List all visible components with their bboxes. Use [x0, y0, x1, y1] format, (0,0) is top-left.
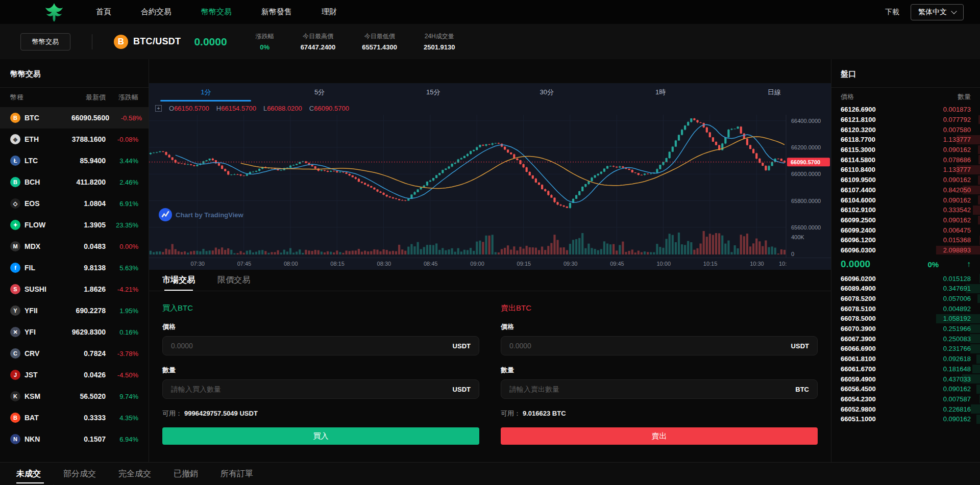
- orderbook-bid-row[interactable]: 66089.49000.347691: [831, 284, 980, 294]
- divider: [92, 34, 92, 49]
- orderbook-bid-row[interactable]: 66066.69000.231766: [831, 344, 980, 354]
- orderbook-bid-row[interactable]: 66054.23000.007587: [831, 394, 980, 404]
- coin-row-SUSHI[interactable]: SSUSHI1.8626-4.21%: [0, 278, 149, 300]
- order-tab-未成交[interactable]: 未成交: [16, 469, 41, 484]
- coin-row-BCH[interactable]: BBCH411.82002.46%: [0, 171, 149, 193]
- coin-row-LTC[interactable]: ŁLTC85.94003.44%: [0, 150, 149, 171]
- orderbook-bid-row[interactable]: 66078.50001.058192: [831, 314, 980, 324]
- timeframe-tab-5分[interactable]: 5分: [263, 83, 377, 101]
- orderbook-ask-row[interactable]: 66109.95000.090162: [831, 175, 980, 185]
- coin-row-EOS[interactable]: ◇EOS1.08046.91%: [0, 193, 149, 214]
- order-tab-完全成交[interactable]: 完全成交: [118, 469, 151, 484]
- order-tab-所有訂單[interactable]: 所有訂單: [220, 469, 253, 484]
- coin-cell: ŁLTC: [10, 156, 71, 166]
- nav-item-幣幣交易[interactable]: 幣幣交易: [201, 7, 232, 17]
- orderbook-ask-row[interactable]: 66120.32000.007580: [831, 124, 980, 135]
- coin-row-ETH[interactable]: ◆ETH3788.1600-0.08%: [0, 129, 149, 150]
- timeframe-tab-1分[interactable]: 1分: [149, 83, 263, 101]
- orderbook-bid-row[interactable]: 66096.02000.015128: [831, 273, 980, 284]
- trade-tab-限價交易[interactable]: 限價交易: [217, 270, 250, 291]
- order-qty: 1.133777: [943, 166, 971, 173]
- orderbook-ask-row[interactable]: 66121.81000.077792: [831, 115, 980, 125]
- coin-header-cell: 最新價: [58, 93, 106, 102]
- coin-row-CRV[interactable]: CCRV0.7824-3.78%: [0, 343, 149, 364]
- coin-row-FIL[interactable]: fFIL9.81385.63%: [0, 257, 149, 278]
- coin-row-YFI[interactable]: ✕YFI9629.83000.16%: [0, 321, 149, 343]
- bat-icon: B: [10, 413, 20, 423]
- orderbook-ask-row[interactable]: 66099.24000.006475: [831, 225, 980, 235]
- orderbook-ask-row[interactable]: 66096.03002.098893: [831, 245, 980, 256]
- orderbook-ask-row[interactable]: 66107.44000.842050: [831, 185, 980, 195]
- order-qty: 0.226816: [943, 405, 971, 413]
- order-qty: 0.231766: [943, 345, 971, 352]
- coin-cell: ✕YFI: [10, 327, 71, 337]
- coin-price: 85.9400: [71, 157, 106, 165]
- coin-change: 0.16%: [106, 328, 138, 336]
- coin-change: 6.94%: [106, 436, 138, 443]
- nav-item-理財[interactable]: 理財: [322, 7, 337, 17]
- coin-symbol: NKN: [24, 435, 40, 443]
- coin-row-BAT[interactable]: BBAT0.33334.35%: [0, 407, 149, 428]
- language-selector[interactable]: 繁体中文: [911, 4, 964, 20]
- timeframe-tab-15分[interactable]: 15分: [376, 83, 490, 101]
- svg-text:Chart by TradingView: Chart by TradingView: [176, 211, 244, 219]
- timeframe-tab-日線[interactable]: 日線: [717, 83, 831, 101]
- buy-amount-input[interactable]: [171, 385, 453, 393]
- orderbook-bid-row[interactable]: 66078.51000.004892: [831, 303, 980, 314]
- orderbook-bid-row[interactable]: 66070.39000.251966: [831, 324, 980, 334]
- timeframe-tab-30分[interactable]: 30分: [490, 83, 604, 101]
- orderbook-ask-row[interactable]: 66104.60000.090162: [831, 195, 980, 205]
- orderbook-ask-row[interactable]: 66102.91000.333542: [831, 205, 980, 215]
- sell-amount-input[interactable]: [509, 385, 795, 393]
- sell-price-input[interactable]: [509, 342, 791, 350]
- orderbook-bid-row[interactable]: 66061.67000.181648: [831, 364, 980, 374]
- timeframe-tab-1時[interactable]: 1時: [604, 83, 718, 101]
- coin-symbol: LTC: [24, 157, 38, 165]
- buy-price-input[interactable]: [171, 342, 453, 350]
- nav-item-新幣發售[interactable]: 新幣發售: [261, 7, 292, 17]
- expand-icon[interactable]: +: [155, 105, 162, 112]
- time-label: 08:45: [424, 261, 438, 267]
- orderbook-ask-row[interactable]: 66110.84001.133777: [831, 165, 980, 175]
- order-qty: 0.006475: [943, 226, 971, 234]
- coin-row-MDX[interactable]: MMDX0.04830.00%: [0, 236, 149, 257]
- orderbook-ask-row[interactable]: 66126.69000.001873: [831, 105, 980, 115]
- orderbook-ask-row[interactable]: 66114.58000.078686: [831, 155, 980, 165]
- time-label: 09:30: [564, 261, 578, 267]
- orderbook-bid-row[interactable]: 66052.98000.226816: [831, 404, 980, 414]
- orderbook-bid-row[interactable]: 66067.39000.250083: [831, 334, 980, 344]
- orderbook-ask-row[interactable]: 66118.77001.133777: [831, 135, 980, 145]
- orderbook-bid-row[interactable]: 66051.10000.090162: [831, 414, 980, 424]
- orderbook-ask-row[interactable]: 66096.12000.015368: [831, 235, 980, 245]
- order-price: 66114.5800: [841, 156, 875, 164]
- orderbook-bid-row[interactable]: 66078.52000.057006: [831, 294, 980, 304]
- spot-market-button[interactable]: 幣幣交易: [20, 33, 70, 50]
- order-price: 66109.9500: [841, 176, 876, 184]
- coin-row-BTC[interactable]: BBTC66090.5600-0.58%: [0, 107, 149, 129]
- stat-value: 2501.9130: [424, 43, 455, 51]
- orderbook-ask-row[interactable]: 66115.30000.090162: [831, 145, 980, 155]
- order-tab-部分成交[interactable]: 部分成交: [63, 469, 96, 484]
- coin-row-NKN[interactable]: NNKN0.15076.94%: [0, 428, 149, 450]
- buy-form: 買入BTC 價格 USDT 數量 USDT 可用：9996429757.5049…: [162, 303, 479, 445]
- order-price: 66056.4500: [841, 385, 876, 393]
- orderbook-bid-row[interactable]: 66059.49000.437033: [831, 374, 980, 384]
- orderbook-bid-row[interactable]: 66056.45000.090162: [831, 384, 980, 394]
- buy-price-unit: USDT: [453, 342, 471, 350]
- coin-row-FLOW[interactable]: ✦FLOW1.390523.35%: [0, 214, 149, 236]
- coin-row-JST[interactable]: JJST0.0426-4.50%: [0, 364, 149, 386]
- nav-item-首頁[interactable]: 首頁: [96, 7, 111, 17]
- buy-button[interactable]: 買入: [162, 427, 479, 445]
- coin-row-KSM[interactable]: KKSM56.50209.74%: [0, 386, 149, 407]
- trade-tab-市場交易[interactable]: 市場交易: [162, 270, 195, 291]
- orderbook-ask-row[interactable]: 66099.25000.090162: [831, 215, 980, 225]
- order-tab-已撤銷[interactable]: 已撤銷: [174, 469, 198, 484]
- orderbook-bid-row[interactable]: 66061.81000.092618: [831, 354, 980, 364]
- download-link[interactable]: 下載: [885, 8, 899, 17]
- coin-change: 4.35%: [106, 414, 138, 422]
- coin-row-YFII[interactable]: YYFII690.22781.95%: [0, 300, 149, 321]
- nav-item-合約交易[interactable]: 合約交易: [141, 7, 172, 17]
- coin-change: 2.46%: [106, 178, 138, 186]
- coin-price: 1.8626: [71, 285, 106, 293]
- sell-button[interactable]: 賣出: [501, 427, 818, 445]
